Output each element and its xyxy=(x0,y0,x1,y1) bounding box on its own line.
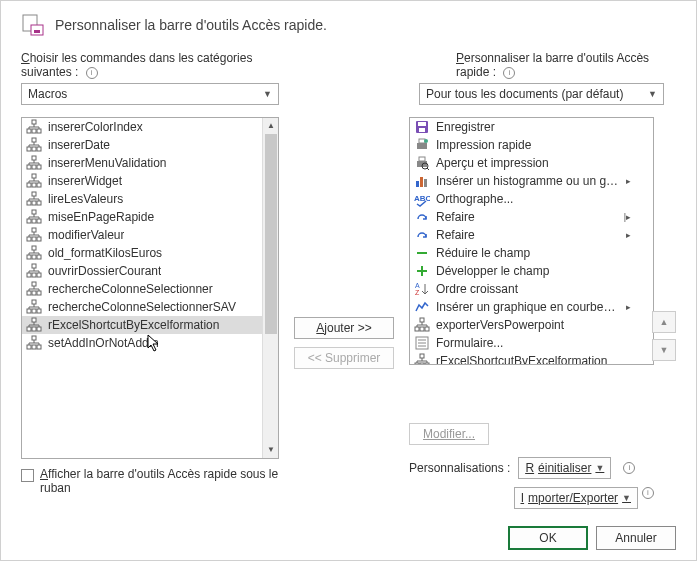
item-label: lireLesValeurs xyxy=(48,192,123,206)
list-item[interactable]: insererMenuValidation xyxy=(22,154,278,172)
svg-rect-81 xyxy=(32,291,36,295)
svg-rect-41 xyxy=(32,201,36,205)
svg-rect-9 xyxy=(32,129,36,133)
item-label: ouvrirDossierCourant xyxy=(48,264,161,278)
list-item[interactable]: exporterVersPowerpoint xyxy=(410,316,653,334)
list-item[interactable]: Réduire le champ xyxy=(410,244,653,262)
macro-icon xyxy=(26,173,42,189)
list-item[interactable]: old_formatKilosEuros xyxy=(22,244,278,262)
add-button[interactable]: Ajouter >> xyxy=(294,317,394,339)
move-down-button[interactable]: ▼ xyxy=(652,339,676,361)
barchart-icon xyxy=(414,173,430,189)
svg-rect-82 xyxy=(37,291,41,295)
import-export-button[interactable]: Importer/Exporter ▼ xyxy=(514,487,638,509)
list-item[interactable]: miseEnPageRapide xyxy=(22,208,278,226)
macro-icon xyxy=(26,227,42,243)
svg-rect-74 xyxy=(37,273,41,277)
list-item[interactable]: Insérer un graphique en courbes o...▸ xyxy=(410,298,653,316)
list-item[interactable]: ABCOrthographe... xyxy=(410,190,653,208)
list-item[interactable]: AZOrdre croissant xyxy=(410,280,653,298)
svg-rect-72 xyxy=(27,273,31,277)
item-label: modifierValeur xyxy=(48,228,124,242)
svg-rect-104 xyxy=(27,345,31,349)
list-item[interactable]: Aperçu et impression xyxy=(410,154,653,172)
svg-rect-40 xyxy=(27,201,31,205)
commands-category-select[interactable]: Macros ▼ xyxy=(21,83,279,105)
show-below-ribbon-row: Afficher la barre d'outils Accès rapide … xyxy=(21,467,279,495)
item-label: Refaire xyxy=(436,228,475,242)
show-below-ribbon-checkbox[interactable] xyxy=(21,469,34,482)
list-item[interactable]: rechercheColonneSelectionner xyxy=(22,280,278,298)
modify-button[interactable]: Modifier... xyxy=(409,423,489,445)
svg-rect-24 xyxy=(27,165,31,169)
svg-rect-96 xyxy=(27,327,31,331)
svg-rect-56 xyxy=(27,237,31,241)
list-item[interactable]: ouvrirDossierCourant xyxy=(22,262,278,280)
item-label: Aperçu et impression xyxy=(436,156,549,170)
svg-rect-43 xyxy=(32,210,36,214)
customize-qat-label: Personnaliser la barre d'outils Accès ra… xyxy=(456,51,649,79)
info-icon[interactable]: i xyxy=(503,67,515,79)
ok-button[interactable]: OK xyxy=(508,526,588,550)
item-label: exporterVersPowerpoint xyxy=(436,318,564,332)
svg-rect-105 xyxy=(32,345,36,349)
list-item[interactable]: lireLesValeurs xyxy=(22,190,278,208)
svg-rect-27 xyxy=(32,174,36,178)
svg-rect-3 xyxy=(32,120,36,124)
scroll-down-arrow[interactable]: ▼ xyxy=(263,442,279,458)
qat-target-select[interactable]: Pour tous les documents (par défaut) ▼ xyxy=(419,83,664,105)
qat-commands-list[interactable]: EnregistrerImpression rapideAperçu et im… xyxy=(409,117,654,365)
list-item[interactable]: Développer le champ xyxy=(410,262,653,280)
dialog-title: Personnaliser la barre d'outils Accès ra… xyxy=(55,17,327,33)
available-commands-list[interactable]: insererColorIndexinsererDateinsererMenuV… xyxy=(21,117,279,459)
list-item[interactable]: rExcelShortcutByExcelformation xyxy=(22,316,278,334)
scrollbar[interactable]: ▲ ▼ xyxy=(262,118,278,458)
svg-rect-133 xyxy=(425,327,429,331)
info-icon[interactable]: i xyxy=(642,487,654,499)
list-item[interactable]: insererWidget xyxy=(22,172,278,190)
svg-rect-10 xyxy=(37,129,41,133)
macro-icon xyxy=(26,263,42,279)
info-icon[interactable]: i xyxy=(86,67,98,79)
svg-rect-118 xyxy=(420,177,423,187)
move-up-button[interactable]: ▲ xyxy=(652,311,676,333)
list-item[interactable]: insererDate xyxy=(22,136,278,154)
scroll-thumb[interactable] xyxy=(265,134,277,334)
item-label: Formulaire... xyxy=(436,336,503,350)
list-item[interactable]: Insérer un histogramme ou un gra...▸ xyxy=(410,172,653,190)
list-item[interactable]: setAddInOrNotAddIn xyxy=(22,334,278,352)
remove-button[interactable]: << Supprimer xyxy=(294,347,394,369)
list-item[interactable]: Formulaire... xyxy=(410,334,653,352)
item-label: miseEnPageRapide xyxy=(48,210,154,224)
svg-rect-83 xyxy=(32,300,36,304)
list-item[interactable]: insererColorIndex xyxy=(22,118,278,136)
list-item[interactable]: Refaire▸ xyxy=(410,226,653,244)
svg-rect-65 xyxy=(32,255,36,259)
macro-icon xyxy=(414,353,430,364)
scroll-up-arrow[interactable]: ▲ xyxy=(263,118,279,134)
svg-rect-8 xyxy=(27,129,31,133)
list-item[interactable]: Enregistrer xyxy=(410,118,653,136)
list-item[interactable]: rechercheColonneSelectionnerSAV xyxy=(22,298,278,316)
svg-rect-143 xyxy=(415,363,419,364)
reset-button[interactable]: Réinitialiser ▼ xyxy=(518,457,611,479)
svg-rect-144 xyxy=(420,363,424,364)
list-item[interactable]: rExcelShortcutByExcelformation xyxy=(410,352,653,364)
cancel-button[interactable]: Annuler xyxy=(596,526,676,550)
svg-text:ABC: ABC xyxy=(414,194,430,203)
list-item[interactable]: Refaire|▸ xyxy=(410,208,653,226)
svg-rect-2 xyxy=(34,30,40,33)
svg-rect-67 xyxy=(32,264,36,268)
svg-rect-75 xyxy=(32,282,36,286)
svg-rect-91 xyxy=(32,318,36,322)
svg-rect-51 xyxy=(32,228,36,232)
list-item[interactable]: Impression rapide xyxy=(410,136,653,154)
form-icon xyxy=(414,335,430,351)
svg-rect-35 xyxy=(32,192,36,196)
item-label: Réduire le champ xyxy=(436,246,530,260)
svg-rect-42 xyxy=(37,201,41,205)
info-icon[interactable]: i xyxy=(623,462,635,474)
svg-rect-32 xyxy=(27,183,31,187)
item-label: rExcelShortcutByExcelformation xyxy=(436,354,607,364)
list-item[interactable]: modifierValeur xyxy=(22,226,278,244)
